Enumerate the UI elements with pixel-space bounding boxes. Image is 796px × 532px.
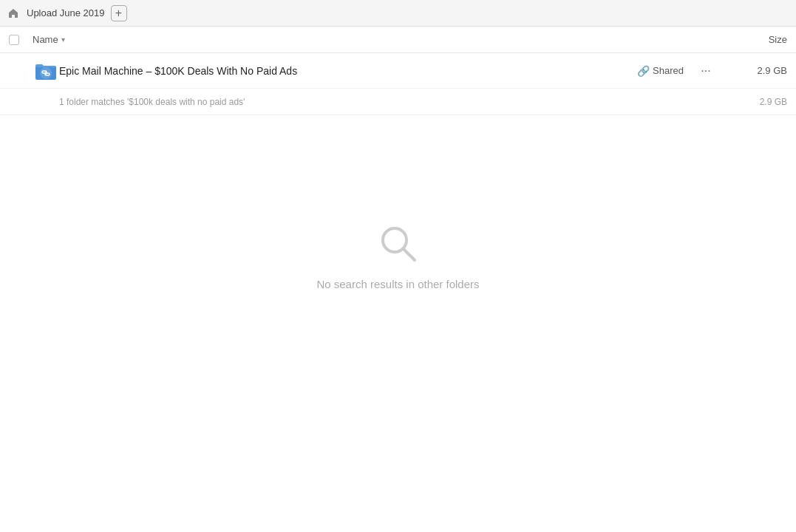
subfolder-info-row: 1 folder matches '$100k deals with no pa…	[0, 89, 796, 115]
more-options-button[interactable]: ···	[695, 61, 716, 81]
link-icon: 🔗	[637, 65, 650, 77]
title-bar-label: Upload June 2019	[27, 7, 105, 18]
column-headers: Name ▾ Size	[0, 27, 796, 53]
folder-icon-wrapper	[33, 61, 59, 81]
empty-state-text: No search results in other folders	[316, 278, 479, 290]
name-column-label: Name	[33, 34, 58, 45]
svg-line-6	[404, 249, 415, 260]
add-button[interactable]: +	[111, 5, 127, 21]
file-size: 2.9 GB	[728, 65, 787, 76]
folder-icon	[35, 61, 57, 81]
sort-arrow-icon: ▾	[61, 35, 65, 44]
name-column-header[interactable]: Name ▾	[33, 34, 728, 45]
file-name: Epic Mail Machine – $100K Deals With No …	[59, 65, 637, 77]
file-actions: 🔗 Shared ··· 2.9 GB	[637, 61, 787, 81]
shared-label: Shared	[653, 65, 684, 76]
select-all-checkbox-wrapper	[9, 35, 33, 45]
subfolder-size: 2.9 GB	[728, 97, 787, 107]
search-icon-large	[376, 222, 421, 266]
select-all-checkbox[interactable]	[9, 35, 19, 45]
empty-state: No search results in other folders	[0, 115, 796, 396]
shared-badge[interactable]: 🔗 Shared	[637, 65, 684, 77]
file-row[interactable]: Epic Mail Machine – $100K Deals With No …	[0, 53, 796, 89]
home-icon[interactable]	[6, 6, 21, 21]
subfolder-match-text: 1 folder matches '$100k deals with no pa…	[59, 97, 728, 107]
title-bar: Upload June 2019 +	[0, 0, 796, 27]
size-column-header: Size	[728, 34, 787, 45]
